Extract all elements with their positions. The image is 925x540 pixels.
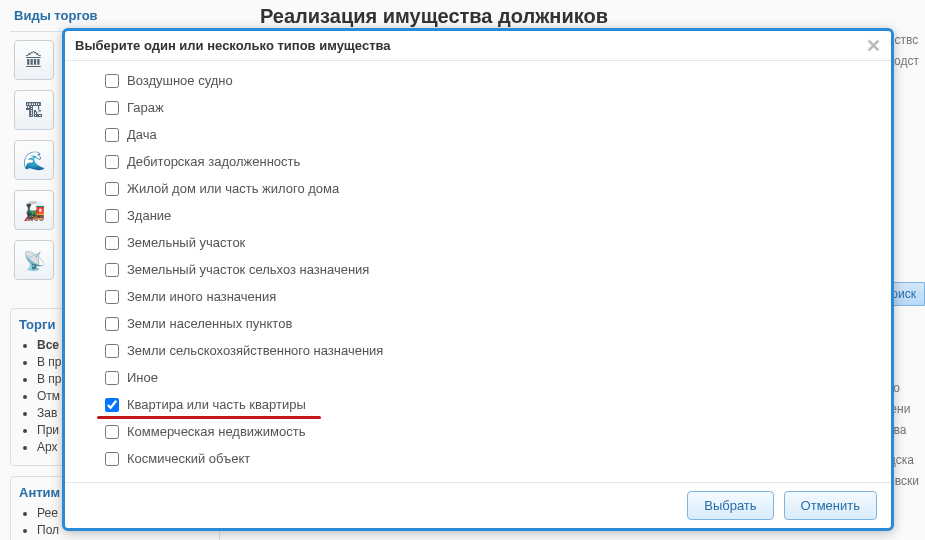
property-type-row: Гараж	[105, 94, 861, 121]
modal-header: Выберите один или несколько типов имущес…	[65, 31, 891, 61]
modal-body[interactable]: Воздушное судноГаражДачаДебиторская задо…	[65, 61, 891, 482]
cancel-button[interactable]: Отменить	[784, 491, 877, 520]
trade-type-icon[interactable]: 📡	[14, 240, 54, 280]
property-type-row: Воздушное судно	[105, 67, 861, 94]
select-button[interactable]: Выбрать	[687, 491, 773, 520]
property-type-row: Коммерческая недвижимость	[105, 418, 861, 445]
property-type-label[interactable]: Иное	[127, 370, 158, 385]
property-type-label[interactable]: Земли иного назначения	[127, 289, 276, 304]
property-type-row: Земли населенных пунктов	[105, 310, 861, 337]
close-icon[interactable]: ✕	[866, 35, 881, 57]
property-type-checkbox[interactable]	[105, 425, 119, 439]
property-type-label[interactable]: Гараж	[127, 100, 164, 115]
property-type-row: Земельный участок	[105, 229, 861, 256]
property-type-label[interactable]: Дебиторская задолженность	[127, 154, 300, 169]
property-type-label[interactable]: Земельный участок	[127, 235, 245, 250]
property-type-checkbox[interactable]	[105, 263, 119, 277]
trade-type-icon[interactable]: 🏛	[14, 40, 54, 80]
property-type-row: Дебиторская задолженность	[105, 148, 861, 175]
property-type-row: Земли сельскохозяйственного назначения	[105, 337, 861, 364]
property-type-checkbox[interactable]	[105, 344, 119, 358]
property-type-label[interactable]: Воздушное судно	[127, 73, 233, 88]
modal-footer: Выбрать Отменить	[65, 482, 891, 528]
property-type-label[interactable]: Космический объект	[127, 451, 250, 466]
property-type-row: Земли иного назначения	[105, 283, 861, 310]
property-type-checkbox[interactable]	[105, 371, 119, 385]
property-type-label[interactable]: Земли сельскохозяйственного назначения	[127, 343, 383, 358]
property-type-label[interactable]: Коммерческая недвижимость	[127, 424, 305, 439]
property-type-label[interactable]: Здание	[127, 208, 171, 223]
property-type-row: Дача	[105, 121, 861, 148]
property-type-row: Здание	[105, 202, 861, 229]
property-type-label[interactable]: Жилой дом или часть жилого дома	[127, 181, 339, 196]
property-type-label[interactable]: Земельный участок сельхоз назначения	[127, 262, 369, 277]
property-type-checkbox[interactable]	[105, 155, 119, 169]
property-type-label[interactable]: Земли населенных пунктов	[127, 316, 292, 331]
modal-title: Выберите один или несколько типов имущес…	[75, 38, 391, 53]
property-type-checkbox[interactable]	[105, 317, 119, 331]
trade-type-icon[interactable]: 🌊	[14, 140, 54, 180]
property-type-row: Космический объект	[105, 445, 861, 472]
property-type-row: Земельный участок сельхоз назначения	[105, 256, 861, 283]
property-type-row: Иное	[105, 364, 861, 391]
property-type-checkbox[interactable]	[105, 128, 119, 142]
property-type-checkbox[interactable]	[105, 209, 119, 223]
property-type-label[interactable]: Дача	[127, 127, 157, 142]
property-type-checkbox[interactable]	[105, 452, 119, 466]
property-type-checkbox[interactable]	[105, 182, 119, 196]
property-type-row: Жилой дом или часть жилого дома	[105, 175, 861, 202]
property-type-checkbox[interactable]	[105, 74, 119, 88]
trade-type-icon[interactable]: 🏗	[14, 90, 54, 130]
property-type-row: Квартира или часть квартиры	[105, 391, 861, 418]
property-type-checkbox[interactable]	[105, 290, 119, 304]
property-type-modal: Выберите один или несколько типов имущес…	[62, 28, 894, 531]
property-type-checkbox[interactable]	[105, 398, 119, 412]
trade-type-icon[interactable]: 🚂	[14, 190, 54, 230]
property-type-checkbox[interactable]	[105, 236, 119, 250]
page-title: Реализация имущества должников	[260, 5, 608, 28]
property-type-label[interactable]: Квартира или часть квартиры	[127, 397, 306, 412]
property-type-checkbox[interactable]	[105, 101, 119, 115]
